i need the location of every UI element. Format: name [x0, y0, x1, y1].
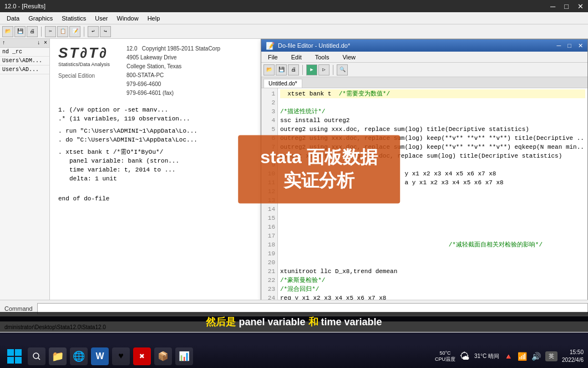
- dofile-menu-edit[interactable]: Edit: [287, 53, 306, 62]
- panel-item-1[interactable]: nd _rc: [0, 48, 49, 57]
- code-line-20: [280, 258, 585, 267]
- code-line-15: [280, 214, 585, 223]
- svg-rect-2: [7, 357, 14, 364]
- panel-controls: ↓ ×: [37, 40, 47, 46]
- cpu-label: CPU温度: [435, 356, 455, 363]
- left-panel: ↑ ↓ × nd _rc Users\ADM... Users\AD...: [0, 39, 50, 300]
- stata-address2: College Station, Texas: [126, 62, 220, 71]
- dofile-tb-open[interactable]: 📂: [263, 64, 275, 75]
- stata-fax: 979-696-4601 (fax): [126, 89, 220, 98]
- taskbar-files[interactable]: 📁: [49, 347, 67, 365]
- cpu-temp: 50°C: [439, 350, 450, 356]
- stata-logo: ST∂T∂: [58, 44, 110, 62]
- minimize-btn[interactable]: ─: [550, 2, 555, 11]
- svg-rect-1: [15, 349, 22, 356]
- svg-rect-0: [7, 349, 14, 356]
- toolbar-btn-8[interactable]: ↪: [100, 26, 111, 37]
- code-line-19: [280, 249, 585, 258]
- toolbar-btn-2[interactable]: 💾: [14, 26, 26, 37]
- left-panel-header: ↑ ↓ ×: [0, 39, 49, 48]
- dofile-close[interactable]: ✕: [578, 42, 583, 49]
- big-title-overlay: stata 面板数据 实证分析: [238, 135, 400, 203]
- code-line-16: [280, 223, 585, 231]
- dofile-menu-view[interactable]: View: [338, 53, 360, 62]
- code-line-18: /*减轻截面自相关对检验的影响*/: [280, 240, 585, 249]
- menu-data[interactable]: Data: [2, 14, 24, 23]
- clock: 15:50 2022/4/6: [562, 349, 584, 364]
- code-line-21: xtunitroot llc D_x8,trend demean: [280, 267, 585, 276]
- weather-icon: 🌤: [460, 351, 470, 362]
- taskbar: 📁 🌐 W ♥ ✖ 📦 📊 50°C CPU温度 🌤 31°C 晴间 🔺 📶 🔊…: [0, 345, 588, 368]
- taskbar-app1[interactable]: ♥: [112, 347, 130, 365]
- dofile-tb-print[interactable]: 🖨: [288, 64, 299, 75]
- stata-results-area: ST∂T∂ Statistics/Data Analysis Special E…: [50, 39, 588, 300]
- toolbar-btn-6[interactable]: 📝: [69, 26, 80, 37]
- dofile-title-bar: 📝 Do-file Editor - Untitled.do* ─ □ ✕: [261, 39, 587, 52]
- lang-indicator[interactable]: 英: [545, 351, 557, 361]
- cpu-indicator: 50°C CPU温度: [435, 350, 455, 363]
- dofile-tab-main[interactable]: Untitled.do*: [263, 79, 302, 88]
- taskbar-app3[interactable]: 📦: [154, 347, 172, 365]
- dofile-minimize[interactable]: ─: [557, 42, 561, 49]
- code-line-3: /*描述性统计*/: [280, 107, 585, 116]
- code-line-23: /*混合回归*/: [280, 285, 585, 294]
- close-btn[interactable]: ✕: [577, 2, 584, 11]
- clock-time: 15:50: [562, 349, 584, 356]
- stata-edition: Special Edition: [58, 73, 110, 79]
- subtitle-en1: panel variable: [239, 316, 308, 327]
- menu-help[interactable]: Help: [143, 14, 165, 23]
- taskbar-app2[interactable]: ✖: [133, 347, 151, 365]
- stata-phone2: 979-696-4600: [126, 80, 220, 89]
- panel-pin-icon[interactable]: ↑: [2, 40, 6, 46]
- wifi-icon: 📶: [518, 352, 527, 361]
- stata-phone1: 800-STATA-PC: [126, 71, 220, 80]
- stata-version: 12.0 Copyright 1985-2011 StataCorp: [126, 44, 220, 53]
- panel-item-3[interactable]: Users\AD...: [0, 65, 49, 74]
- dofile-tab-bar: Untitled.do*: [261, 77, 587, 88]
- subtitle-en2: time variable: [321, 316, 382, 327]
- subtitle-bar: 然后是 panel variable 和 time variable: [0, 312, 588, 332]
- stata-subtitle: Statistics/Data Analysis: [58, 62, 110, 67]
- subtitle-zh1: 然后是: [206, 316, 236, 327]
- menu-graphics[interactable]: Graphics: [24, 14, 57, 23]
- toolbar-btn-7[interactable]: ↩: [88, 26, 99, 37]
- big-title-line1: stata 面板数据: [260, 146, 378, 169]
- start-button[interactable]: [4, 346, 24, 366]
- dofile-tb-find[interactable]: 🔍: [337, 64, 348, 75]
- dofile-maximize[interactable]: □: [567, 42, 571, 49]
- taskbar-search[interactable]: [28, 347, 45, 365]
- taskbar-word[interactable]: W: [91, 347, 109, 365]
- clock-date: 2022/4/6: [562, 356, 584, 364]
- command-label: Command: [0, 305, 37, 312]
- code-line-14: [280, 205, 585, 214]
- toolbar-btn-1[interactable]: 📂: [2, 26, 13, 37]
- toolbar-btn-4[interactable]: ✂: [45, 26, 56, 37]
- taskbar-browser[interactable]: 🌐: [70, 347, 88, 365]
- menu-user[interactable]: User: [90, 14, 112, 23]
- code-line-5: outreg2 using xxx.doc, replace sum(log) …: [280, 125, 585, 134]
- menu-window[interactable]: Window: [113, 14, 143, 23]
- dofile-tb-save[interactable]: 💾: [276, 64, 287, 75]
- taskbar-right: 50°C CPU温度 🌤 31°C 晴间 🔺 📶 🔊 英 15:50 2022/…: [435, 349, 584, 364]
- code-line-4: ssc install outreg2: [280, 116, 585, 125]
- weather-text: 31°C 晴间: [474, 352, 499, 360]
- toolbar-btn-3[interactable]: 🖨: [27, 26, 38, 37]
- big-title-line2: 实证分析: [260, 169, 378, 193]
- code-line-22: /*豪斯曼检验*/: [280, 276, 585, 285]
- panel-item-2[interactable]: Users\ADM...: [0, 57, 49, 65]
- svg-rect-3: [15, 357, 22, 364]
- dofile-menu-tools[interactable]: Tools: [311, 53, 334, 62]
- dofile-menu-file[interactable]: File: [263, 53, 282, 62]
- dofile-menu-bar: File Edit Tools View: [261, 52, 587, 63]
- maximize-btn[interactable]: □: [564, 2, 569, 11]
- dofile-tb-run[interactable]: ▶: [306, 64, 317, 75]
- title-bar: 12.0 - [Results] ─ □ ✕: [0, 0, 588, 12]
- network-icon: 🔺: [504, 352, 513, 361]
- code-line-1: xtset bank t /*需要变为数值*/: [280, 89, 585, 98]
- taskbar-app4[interactable]: 📊: [175, 347, 193, 365]
- dofile-tb-run-sel[interactable]: ▷: [318, 64, 330, 75]
- title-text: 12.0 - [Results]: [4, 3, 45, 9]
- toolbar: 📂 💾 🖨 ✂ 📋 📝 ↩ ↪: [0, 24, 588, 39]
- toolbar-btn-5[interactable]: 📋: [57, 26, 68, 37]
- menu-statistics[interactable]: Statistics: [57, 14, 90, 23]
